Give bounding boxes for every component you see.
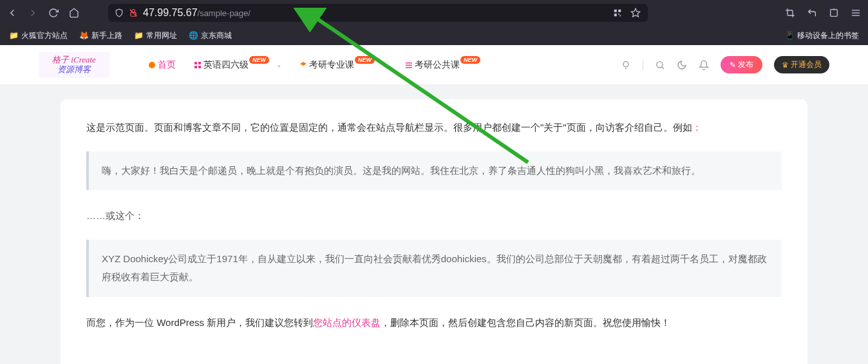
svg-point-13 — [149, 62, 155, 68]
menu-icon[interactable] — [850, 7, 862, 19]
nav-kaoyan-pro[interactable]: 考研专业课 NEW ⌄ — [299, 59, 387, 71]
list-nav-icon — [405, 61, 413, 69]
svg-rect-14 — [194, 62, 197, 64]
outro-paragraph: 而您，作为一位 WordPress 新用户，我们建议您转到您站点的仪表盘，删除本… — [86, 314, 782, 332]
member-button[interactable]: ♛开通会员 — [774, 56, 829, 73]
svg-rect-2 — [614, 10, 617, 12]
svg-point-21 — [623, 61, 628, 66]
crop-icon[interactable] — [784, 7, 796, 19]
quote-block-2: XYZ Doohickey公司成立于1971年，自从建立以来，我们一直向社会贡献… — [86, 240, 782, 297]
svg-rect-16 — [194, 66, 197, 68]
nav-home[interactable]: 首页 — [148, 59, 176, 71]
intro-paragraph: 这是示范页面。页面和博客文章不同，它的位置是固定的，通常会在站点导航栏显示。很多… — [86, 119, 782, 137]
svg-rect-17 — [198, 66, 201, 68]
or-paragraph: ……或这个： — [86, 207, 782, 225]
folder-icon: 📁 — [134, 31, 143, 40]
url-bar[interactable]: 47.99.75.67/sample-page/ — [108, 4, 648, 22]
svg-rect-20 — [406, 67, 412, 68]
reload-icon[interactable] — [48, 7, 59, 19]
crown-icon: ♛ — [782, 61, 789, 70]
svg-rect-15 — [198, 62, 201, 64]
bell-icon[interactable] — [699, 60, 709, 70]
divider — [643, 60, 643, 70]
star-icon[interactable] — [630, 7, 641, 19]
globe-icon: 🌐 — [189, 31, 198, 40]
nav-english[interactable]: 英语四六级 NEW ⌄ — [194, 59, 281, 71]
content-area: 这是示范页面。页面和博客文章不同，它的位置是固定的，通常会在站点导航栏显示。很多… — [0, 85, 868, 364]
svg-marker-7 — [631, 8, 639, 17]
site-logo[interactable]: 格子 iCreate 资源博客 — [39, 52, 109, 78]
device-icon: 📱 — [785, 31, 794, 40]
dashboard-link[interactable]: 您站点的仪表盘 — [313, 317, 381, 328]
svg-rect-18 — [406, 62, 412, 64]
svg-rect-4 — [614, 14, 617, 16]
content-card: 这是示范页面。页面和博客文章不同，它的位置是固定的，通常会在站点导航栏显示。很多… — [61, 99, 807, 364]
toolbar-right — [784, 7, 862, 19]
toolbar: 47.99.75.67/sample-page/ — [0, 0, 868, 26]
pencil-icon: ✎ — [730, 61, 736, 70]
firefox-icon: 🦊 — [79, 31, 88, 40]
search-icon[interactable] — [655, 60, 665, 70]
new-badge: NEW — [249, 56, 269, 64]
extension-icon[interactable] — [828, 7, 840, 19]
undo-icon[interactable] — [806, 7, 818, 19]
mobile-bookmarks[interactable]: 📱移动设备上的书签 — [785, 30, 859, 41]
svg-rect-19 — [406, 64, 412, 66]
chevron-down-icon: ⌄ — [382, 61, 387, 68]
nav-kaoyan-pub[interactable]: 考研公共课 NEW — [405, 59, 482, 71]
chevron-down-icon: ⌄ — [276, 61, 281, 68]
svg-rect-6 — [620, 15, 621, 17]
svg-rect-5 — [618, 14, 619, 15]
folder-icon: 📁 — [9, 31, 18, 40]
url-text: 47.99.75.67/sample-page/ — [143, 7, 250, 19]
cap-nav-icon — [299, 61, 307, 69]
moon-icon[interactable] — [677, 60, 687, 70]
qr-icon[interactable] — [612, 7, 623, 19]
site-header: 格子 iCreate 资源博客 首页 英语四六级 NEW ⌄ 考研专业课 NEW… — [0, 45, 868, 85]
back-icon[interactable] — [6, 7, 18, 19]
svg-rect-3 — [618, 10, 621, 12]
home-icon[interactable] — [68, 7, 80, 19]
main-nav: 首页 英语四六级 NEW ⌄ 考研专业课 NEW ⌄ 考研公共课 NEW — [148, 59, 482, 71]
new-badge: NEW — [460, 56, 480, 64]
insecure-lock-icon — [129, 8, 138, 17]
svg-point-23 — [657, 61, 663, 67]
bookmark-firefox[interactable]: 📁火狐官方站点 — [9, 30, 68, 41]
browser-chrome: 47.99.75.67/sample-page/ 📁火狐官方站点 🦊新手上路 📁… — [0, 0, 868, 45]
svg-rect-8 — [831, 10, 838, 17]
svg-line-24 — [662, 66, 664, 68]
forward-icon — [27, 7, 39, 19]
bookmark-jd[interactable]: 🌐京东商城 — [189, 30, 232, 41]
bookmark-common[interactable]: 📁常用网址 — [134, 30, 177, 41]
quote-block-1: 嗨，大家好！我白天是个邮递员，晚上就是个有抱负的演员。这是我的网站。我住在北京，… — [86, 151, 782, 191]
home-nav-icon — [148, 61, 156, 69]
shield-icon — [115, 8, 124, 17]
bookmarks-bar: 📁火狐官方站点 🦊新手上路 📁常用网址 🌐京东商城 📱移动设备上的书签 — [0, 26, 868, 45]
bulb-icon[interactable] — [621, 60, 631, 70]
header-right: ✎发布 ♛开通会员 — [621, 56, 868, 73]
bookmark-newbie[interactable]: 🦊新手上路 — [79, 30, 122, 41]
publish-button[interactable]: ✎发布 — [721, 56, 762, 73]
grid-nav-icon — [194, 61, 202, 69]
new-badge: NEW — [355, 56, 375, 64]
